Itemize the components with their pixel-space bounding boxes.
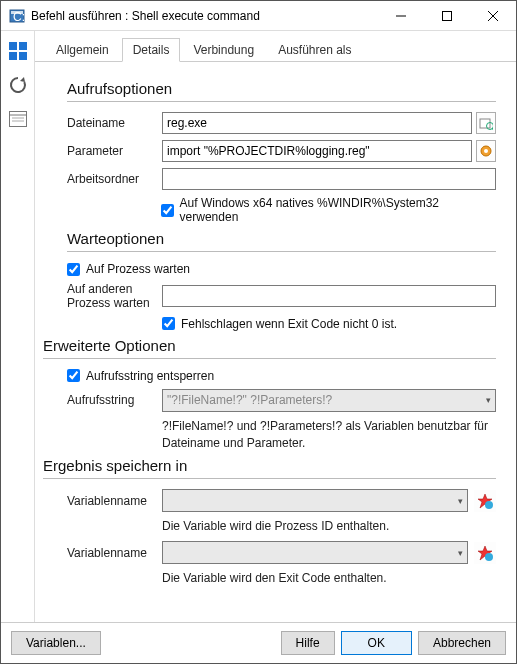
unlock-callstring-checkbox-input[interactable] [67,369,80,382]
svg-point-21 [485,501,493,509]
titlebar: C:\ Befehl ausführen : Shell execute com… [1,1,516,31]
tab-bar: Allgemein Details Verbindung Ausführen a… [35,31,516,62]
var1-note: Die Variable wird die Prozess ID enthalt… [162,518,496,535]
wait-other-label: Auf anderen Prozess warten [67,282,162,311]
app-icon: C:\ [9,8,25,24]
parameter-label: Parameter [67,144,162,158]
ok-button[interactable]: OK [341,631,412,655]
workdir-label: Arbeitsordner [67,172,162,186]
fail-exitcode-checkbox[interactable]: Fehlschlagen wenn Exit Code nicht 0 ist. [162,317,397,331]
svg-rect-8 [19,42,27,50]
chevron-down-icon: ▾ [486,395,491,405]
divider [67,251,496,252]
content-pane: Aufrufsoptionen Dateiname Parameter [35,62,516,622]
browse-file-button[interactable] [476,112,496,134]
fail-exitcode-checkbox-input[interactable] [162,317,175,330]
maximize-button[interactable] [424,1,470,31]
variables-button[interactable]: Variablen... [11,631,101,655]
var2-label: Variablenname [67,546,162,560]
grid-icon[interactable] [6,39,30,63]
var2-helper-button[interactable] [474,542,496,564]
window-title: Befehl ausführen : Shell execute command [31,9,378,23]
tab-details[interactable]: Details [122,38,181,62]
var2-note: Die Variable wird den Exit Code enthalte… [162,570,496,587]
wait-process-label: Auf Prozess warten [86,262,190,276]
var1-combo[interactable]: ▾ [162,489,468,512]
close-button[interactable] [470,1,516,31]
svg-line-17 [492,128,493,130]
refresh-icon[interactable] [6,73,30,97]
var1-helper-button[interactable] [474,490,496,512]
callstring-label: Aufrufsstring [67,393,162,407]
minimize-button[interactable] [378,1,424,31]
call-options-heading: Aufrufsoptionen [67,80,496,97]
chevron-down-icon: ▾ [458,496,463,506]
fail-exitcode-label: Fehlschlagen wenn Exit Code nicht 0 ist. [181,317,397,331]
svg-rect-4 [443,11,452,20]
svg-point-19 [484,149,488,153]
chevron-down-icon: ▾ [458,548,463,558]
wait-process-checkbox-input[interactable] [67,263,80,276]
x64-checkbox-input[interactable] [161,204,174,217]
tab-general[interactable]: Allgemein [45,38,120,62]
unlock-callstring-label: Aufrufsstring entsperren [86,369,214,383]
filename-input[interactable] [162,112,472,134]
wait-options-heading: Warteoptionen [67,230,496,247]
divider [43,478,496,479]
svg-rect-7 [9,42,17,50]
svg-text:C:\: C:\ [13,10,25,24]
var1-label: Variablenname [67,494,162,508]
svg-rect-11 [9,112,26,127]
wait-other-input[interactable] [162,285,496,307]
divider [67,101,496,102]
wait-process-checkbox[interactable]: Auf Prozess warten [67,262,190,276]
callstring-value: "?!FileName!?" ?!Parameters!? [167,393,332,407]
sidebar [1,31,35,622]
advanced-heading: Erweiterte Optionen [43,337,496,354]
workdir-input[interactable] [162,168,496,190]
cancel-button[interactable]: Abbrechen [418,631,506,655]
help-button[interactable]: Hilfe [281,631,335,655]
var2-combo[interactable]: ▾ [162,541,468,564]
unlock-callstring-checkbox[interactable]: Aufrufsstring entsperren [67,369,214,383]
svg-rect-10 [19,52,27,60]
footer: Variablen... Hilfe OK Abbrechen [1,622,516,663]
tab-connection[interactable]: Verbindung [182,38,265,62]
svg-rect-9 [9,52,17,60]
x64-checkbox-label: Auf Windows x64 natives %WINDIR%\System3… [180,196,496,224]
x64-checkbox[interactable]: Auf Windows x64 natives %WINDIR%\System3… [161,196,496,224]
divider [43,358,496,359]
svg-point-23 [485,553,493,561]
result-heading: Ergebnis speichern in [43,457,496,474]
parameter-input[interactable] [162,140,472,162]
callstring-combo[interactable]: "?!FileName!?" ?!Parameters!? ▾ [162,389,496,412]
window-icon[interactable] [6,107,30,131]
tab-run-as[interactable]: Ausführen als [267,38,362,62]
filename-label: Dateiname [67,116,162,130]
svg-rect-15 [480,119,490,128]
callstring-hint: ?!FileName!? und ?!Parameters!? als Vari… [162,418,496,452]
parameter-settings-button[interactable] [476,140,496,162]
